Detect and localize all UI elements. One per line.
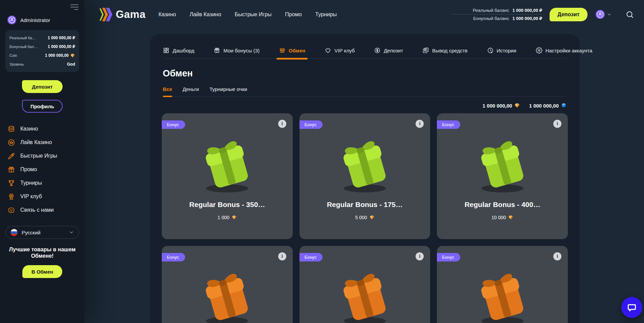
balance-row-coin: Coin 1 000 000,00: [9, 51, 75, 60]
coin-icon: [374, 47, 381, 54]
header-nav-tournaments[interactable]: Турниры: [315, 11, 337, 18]
menu-toggle-icon[interactable]: [70, 4, 79, 12]
filter-tab-money[interactable]: Деньги: [183, 86, 199, 92]
gift-box-image: [469, 134, 536, 195]
logo-chevrons-icon: [98, 7, 114, 22]
search-icon: [626, 10, 634, 19]
user-row: Administrator: [7, 16, 79, 24]
info-icon[interactable]: i: [278, 120, 286, 128]
wallet-tournament-points: 1 000 000,00: [529, 102, 567, 109]
balance-row-real: Реальный ба… 1 000 000,00 ₽: [9, 33, 75, 42]
wallet-row: 1 000 000,00 1 000 000,00: [163, 102, 567, 109]
bonus-badge: Бонус: [299, 253, 323, 261]
tab-exchange[interactable]: Обмен: [279, 47, 305, 54]
to-exchange-button[interactable]: В Обмен: [22, 265, 62, 278]
bonus-badge: Бонус: [437, 120, 460, 129]
withdraw-icon: [422, 47, 429, 54]
live-chat-button[interactable]: [621, 297, 642, 318]
filter-tab-tournament-points[interactable]: Турнирные очки: [209, 86, 247, 92]
filter-tabs: Все Деньги Турнирные очки: [163, 86, 567, 97]
header-nav-fast-games[interactable]: Быстрые Игры: [235, 11, 272, 18]
header-bonus-balance: Бонусный баланс 1 000 000,00 ₽: [451, 14, 542, 22]
sidebar-item-tournaments[interactable]: Турниры: [5, 176, 79, 190]
user-name: Administrator: [20, 17, 50, 23]
bonus-card[interactable]: Бонус i Regular Bonus - 350… 1 000: [162, 113, 293, 239]
header-nav-live-casino[interactable]: Лайв Казино: [190, 11, 221, 18]
bonus-card[interactable]: Бонус i Regular Bonus - 400… 10 000: [437, 113, 568, 239]
search-button[interactable]: [626, 10, 634, 19]
bonus-title: Regular Bonus - 400…: [437, 201, 568, 209]
support-chat-icon: [7, 206, 15, 214]
orange-gem-icon: [231, 215, 237, 220]
settings-icon: [536, 47, 542, 54]
page: Administrator Реальный ба… 1 000 000,00 …: [0, 0, 644, 323]
rocket-icon: [7, 152, 15, 160]
info-icon[interactable]: i: [278, 252, 286, 260]
header-balances: Реальный баланс 1 000 000,00 ₽ Бонусный …: [451, 6, 542, 22]
heart-icon: [325, 47, 331, 54]
sidebar-item-fast-games[interactable]: Быстрые Игры: [5, 149, 79, 163]
gift-box-image: [193, 134, 261, 195]
language-selector[interactable]: Русский: [5, 226, 79, 239]
header-nav: Казино Лайв Казино Быстрые Игры Промо Ту…: [158, 11, 337, 18]
bonus-price: 10 000: [437, 215, 568, 220]
bonus-price: 1 000: [162, 215, 293, 220]
sidebar-nav: Казино Лайв Казино Быстрые Игры: [5, 122, 79, 217]
gift-icon: [214, 47, 220, 54]
deposit-button-header[interactable]: Депозит: [550, 8, 587, 21]
orange-gem-icon: [70, 53, 75, 58]
bonus-badge: Бонус: [299, 120, 323, 129]
profile-button[interactable]: Профиль: [22, 100, 63, 113]
gift-box-image: [331, 134, 399, 195]
header-nav-promo[interactable]: Промо: [285, 11, 302, 18]
gift-icon: [7, 166, 15, 174]
sidebar-item-contact[interactable]: Связь с нами: [5, 203, 79, 217]
balance-card: Реальный ба… 1 000 000,00 ₽ Бонусный бал…: [5, 30, 79, 72]
bonus-card[interactable]: Бонус i Regular Bonus - 175… 5 000: [299, 113, 430, 239]
trophy-icon: [7, 179, 15, 187]
balance-row-level: Уровень God: [9, 60, 75, 69]
info-icon[interactable]: i: [553, 252, 561, 260]
casino-chips-icon: [7, 125, 15, 133]
tab-my-bonuses[interactable]: Мои бонусы (3): [214, 47, 260, 54]
filter-tab-all[interactable]: Все: [163, 86, 172, 92]
shop-icon: [279, 47, 286, 54]
orange-gem-icon: [514, 102, 520, 109]
tab-dashboard[interactable]: Дашборд: [163, 47, 194, 54]
info-icon[interactable]: i: [416, 120, 424, 128]
wallet-coins: 1 000 000,00: [483, 102, 520, 109]
bonus-badge: Бонус: [437, 253, 460, 261]
sidebar-item-live-casino[interactable]: Лайв Казино: [5, 136, 79, 149]
avatar: [7, 16, 16, 24]
bonus-card[interactable]: Бонус i: [162, 246, 293, 323]
tab-withdraw[interactable]: Вывод средств: [422, 47, 467, 54]
bonus-card[interactable]: Бонус i: [437, 246, 568, 323]
logo[interactable]: Gama: [98, 7, 146, 22]
bonus-badge: Бонус: [162, 253, 185, 261]
blue-gem-icon: [561, 102, 567, 109]
account-menu[interactable]: [596, 10, 612, 19]
tab-vip-club[interactable]: VIP клуб: [325, 47, 355, 54]
sidebar-item-promo[interactable]: Промо: [5, 163, 79, 176]
language-label: Русский: [22, 230, 65, 235]
deposit-button[interactable]: Депозит: [22, 80, 63, 93]
chevron-down-icon: [607, 12, 612, 17]
header-nav-casino[interactable]: Казино: [158, 11, 176, 18]
bonus-card[interactable]: Бонус i: [299, 246, 430, 323]
balance-row-bonus: Бонусный бал… 1 000 000,00 ₽: [9, 42, 75, 51]
info-icon[interactable]: i: [553, 120, 561, 128]
avatar-icon: [596, 10, 605, 19]
bonus-title: Regular Bonus - 350…: [162, 201, 293, 209]
tab-account-settings[interactable]: Настройки аккаунта: [536, 47, 593, 54]
sidebar-item-casino[interactable]: Казино: [5, 122, 79, 136]
tab-history[interactable]: История: [487, 47, 516, 54]
tab-deposit[interactable]: Депозит: [374, 47, 403, 54]
bonus-price: 5 000: [299, 215, 430, 220]
info-icon[interactable]: i: [416, 252, 424, 260]
bonus-badge: Бонус: [162, 120, 185, 129]
sidebar-item-vip-club[interactable]: VIP клуб: [5, 190, 79, 203]
logo-text: Gama: [116, 8, 146, 21]
exchange-panel: Дашборд Мои бонусы (3) Обмен: [150, 34, 580, 323]
vip-badge-icon: [7, 193, 15, 201]
live-casino-icon: [7, 139, 15, 146]
